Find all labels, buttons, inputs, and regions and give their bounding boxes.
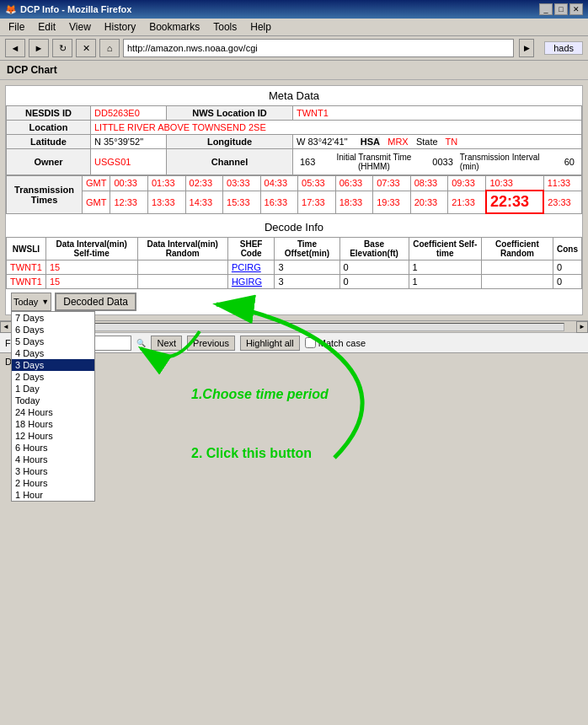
transmission-interval-value: 60	[561, 151, 578, 173]
home-button[interactable]: ⌂	[99, 39, 120, 57]
col-data-interval-random: Data Interval(min) Random	[137, 238, 227, 260]
time-0033: 00:33	[110, 176, 148, 191]
forward-button[interactable]: ►	[29, 39, 49, 57]
find-search-icon: 🔍	[136, 339, 146, 347]
menu-file[interactable]: File	[5, 20, 28, 34]
window-controls[interactable]: _ □ ✕	[539, 3, 583, 15]
cell-interval-self-2: 15	[45, 275, 137, 289]
transmission-interval-label: Transmission Interval (min)	[457, 151, 561, 173]
col-coeff-random: Coefficient Random	[481, 238, 553, 260]
window-title: 🦊 DCP Info - Mozilla Firefox	[5, 4, 131, 15]
latitude-label: Latitude	[7, 135, 91, 149]
decode-info-header: Decode Info	[6, 214, 582, 237]
close-button[interactable]: ✕	[569, 3, 583, 15]
time-0833: 08:33	[410, 176, 448, 191]
reload-button[interactable]: ↻	[52, 39, 72, 57]
longitude-label: Longitude	[167, 135, 293, 149]
option-5days[interactable]: 5 Days	[12, 336, 94, 347]
time-1033: 10:33	[486, 176, 543, 191]
table-row: TWNT1 15 HGIRG 3 0 1 0	[7, 275, 582, 289]
minimize-button[interactable]: _	[539, 3, 553, 15]
channel-value: 163	[297, 151, 318, 173]
svg-text:1.Choose time period: 1.Choose time period	[191, 387, 329, 401]
option-2hours[interactable]: 2 Hours	[12, 477, 94, 489]
cell-coeff-self-2: 1	[409, 275, 481, 289]
time-0433: 04:33	[260, 176, 298, 191]
option-1day[interactable]: 1 Day	[12, 383, 94, 395]
option-6days[interactable]: 6 Days	[12, 324, 94, 336]
option-18hours[interactable]: 18 Hours	[12, 418, 94, 430]
option-1hour[interactable]: 1 Hour	[12, 489, 94, 501]
hsa-label: HSA	[361, 137, 380, 147]
stop-button[interactable]: ✕	[76, 39, 96, 57]
address-text: http://amazon.nws.noaa.gov/cgi	[127, 43, 258, 53]
find-highlight-all-button[interactable]: Highlight all	[240, 336, 300, 351]
menu-view[interactable]: View	[66, 20, 94, 34]
meta-data-header: Meta Data	[6, 86, 582, 105]
maximize-button[interactable]: □	[554, 3, 568, 15]
time-0133: 01:33	[147, 176, 185, 191]
option-2days[interactable]: 2 Days	[12, 371, 94, 383]
menu-history[interactable]: History	[101, 20, 139, 34]
back-button[interactable]: ◄	[5, 39, 25, 57]
scroll-right-button[interactable]: ►	[576, 321, 588, 333]
time-1733: 17:33	[298, 191, 336, 213]
channel-area: 163 Initial Transmit Time (HHMM) 0033 Tr…	[293, 149, 582, 175]
tab-label: hads	[544, 41, 583, 55]
cell-elevation-2: 0	[339, 275, 409, 289]
nws-location-id-value: TWNT1	[293, 106, 582, 121]
cell-coeff-random-1	[481, 260, 553, 275]
find-next-button[interactable]: Next	[151, 336, 182, 351]
menu-bookmarks[interactable]: Bookmarks	[146, 20, 203, 34]
time-2333: 23:33	[543, 191, 581, 213]
owner-value: USGS01	[91, 149, 167, 175]
location-value: LITTLE RIVER ABOVE TOWNSEND 2SE	[91, 121, 582, 135]
dropdown-list[interactable]: 7 Days 6 Days 5 Days 4 Days 3 Days 2 Day…	[11, 311, 95, 502]
toolbar: ◄ ► ↻ ✕ ⌂ http://amazon.nws.noaa.gov/cgi…	[0, 36, 588, 61]
cell-coeff-self-1: 1	[409, 260, 481, 275]
gmt-label-1: GMT	[83, 176, 110, 191]
match-case-checkbox[interactable]	[305, 337, 316, 348]
meta-data-table: NESDIS ID DD5263E0 NWS Location ID TWNT1…	[6, 105, 582, 175]
scrollbar-track[interactable]	[24, 323, 564, 331]
address-bar[interactable]: http://amazon.nws.noaa.gov/cgi	[123, 39, 514, 57]
col-base-elevation: Base Elevation(ft)	[339, 238, 409, 260]
time-0933: 09:33	[448, 176, 486, 191]
option-4hours[interactable]: 4 Hours	[12, 454, 94, 465]
cell-cons-1: 0	[553, 260, 581, 275]
time-1133: 11:33	[543, 176, 581, 191]
controls-area: Today ▼ 7 Days 6 Days 5 Days 4 Days 3 Da…	[6, 289, 582, 314]
time-1633: 16:33	[260, 191, 298, 213]
option-3days[interactable]: 3 Days	[12, 359, 94, 371]
col-shef-code: SHEF Code	[227, 238, 275, 260]
col-time-offset: Time Offset(min)	[275, 238, 339, 260]
time-0633: 06:33	[335, 176, 373, 191]
scroll-left-button[interactable]: ◄	[0, 321, 12, 333]
col-cons: Cons	[553, 238, 581, 260]
option-today[interactable]: Today	[12, 395, 94, 406]
firefox-icon: 🦊	[5, 4, 17, 15]
option-7days[interactable]: 7 Days	[12, 312, 94, 324]
cell-interval-random-1	[137, 260, 227, 275]
option-24hours[interactable]: 24 Hours	[12, 406, 94, 418]
svg-text:2.  Click this button: 2. Click this button	[191, 446, 312, 460]
menu-tools[interactable]: Tools	[210, 20, 240, 34]
col-nwsli: NWSLI	[7, 238, 46, 260]
main-content: Meta Data NESDIS ID DD5263E0 NWS Locatio…	[5, 85, 583, 315]
decoded-data-button[interactable]: Decoded Data	[55, 293, 136, 311]
option-12hours[interactable]: 12 Hours	[12, 430, 94, 442]
find-previous-button[interactable]: Previous	[187, 336, 235, 351]
menu-edit[interactable]: Edit	[35, 20, 59, 34]
dropdown-display[interactable]: Today ▼	[11, 293, 51, 311]
option-4days[interactable]: 4 Days	[12, 347, 94, 359]
nws-location-id-label: NWS Location ID	[167, 106, 293, 121]
cell-interval-random-2	[137, 275, 227, 289]
col-data-interval-self: Data Interval(min) Self-time	[45, 238, 137, 260]
time-period-dropdown-container[interactable]: Today ▼ 7 Days 6 Days 5 Days 4 Days 3 Da…	[11, 293, 51, 311]
dropdown-selected: Today	[13, 297, 38, 307]
time-2133: 21:33	[448, 191, 486, 213]
go-button[interactable]: ▶	[519, 39, 534, 57]
menu-help[interactable]: Help	[247, 20, 275, 34]
option-3hours[interactable]: 3 Hours	[12, 465, 94, 477]
option-6hours[interactable]: 6 Hours	[12, 442, 94, 454]
